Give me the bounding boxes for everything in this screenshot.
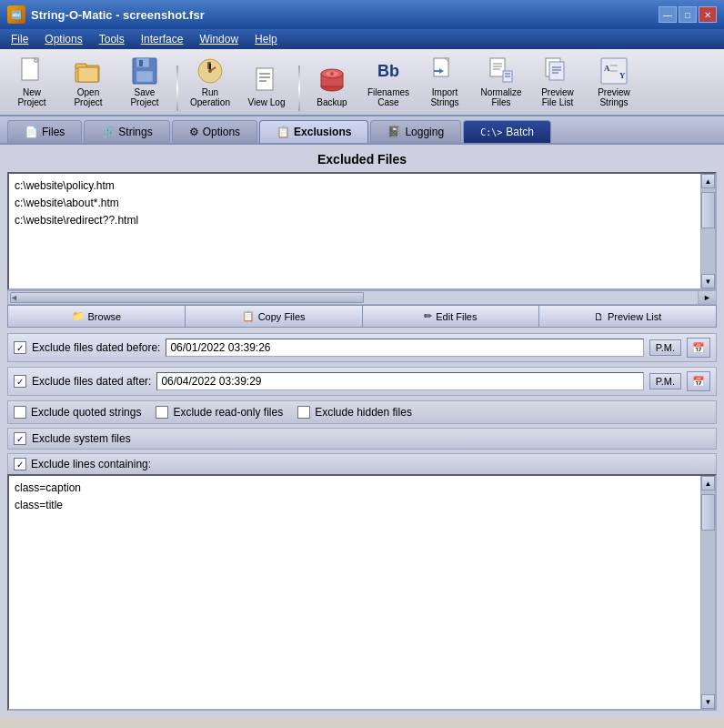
date-after-row: Exclude files dated after: P.M. 📅 — [7, 367, 717, 396]
svg-rect-9 — [136, 71, 153, 82]
title-bar: 🔤 String-O-Matic - screenshot.fsr — □ ✕ — [0, 0, 724, 29]
tab-logging-icon: 📓 — [387, 126, 401, 138]
file-list-inner: c:\website\policy.htm c:\website\about*.… — [9, 174, 715, 288]
h-scroll-bar[interactable]: ◄ ► — [7, 290, 717, 305]
file-list-scrollbar[interactable]: ▲ ▼ — [700, 174, 715, 288]
system-files-row: Exclude system files — [7, 428, 717, 450]
minimize-button[interactable]: — — [659, 6, 677, 23]
new-project-button[interactable]: New Project — [5, 53, 58, 111]
copy-files-button[interactable]: 📋 Copy Files — [186, 306, 363, 327]
run-operation-button[interactable]: Run Operation — [184, 53, 236, 111]
window-controls[interactable]: — □ ✕ — [659, 6, 717, 23]
close-button[interactable]: ✕ — [699, 6, 717, 23]
file-list-wrapper: c:\website\policy.htm c:\website\about*.… — [7, 172, 717, 305]
open-project-button[interactable]: Open Project — [62, 53, 115, 111]
maximize-button[interactable]: □ — [679, 6, 697, 23]
lines-containing-list[interactable]: class=caption class=title ▲ ▼ — [7, 474, 717, 711]
date-before-ampm[interactable]: P.M. — [649, 339, 681, 356]
svg-text:A: A — [604, 64, 610, 73]
list-item: c:\website\redirect??.html — [15, 212, 709, 229]
preview-list-button[interactable]: 🗋 Preview List — [539, 306, 716, 327]
view-log-icon — [252, 66, 281, 96]
date-after-calendar[interactable]: 📅 — [687, 371, 710, 391]
tab-bar: 📄 Files 🔗 Strings ⚙ Options 📋 Exclusions… — [0, 116, 724, 145]
date-before-checkbox[interactable] — [14, 341, 26, 354]
menu-file[interactable]: File — [4, 31, 35, 47]
run-operation-icon — [196, 56, 225, 86]
tab-options-icon: ⚙ — [189, 126, 199, 138]
lines-containing-header: Exclude lines containing: — [7, 453, 717, 474]
import-strings-button[interactable]: Import Strings — [418, 53, 471, 111]
filenames-case-button[interactable]: Bb Filenames Case — [362, 53, 415, 111]
save-project-label: Save Project — [121, 87, 168, 107]
checkbox-options-row: Exclude quoted strings Exclude read-only… — [7, 400, 717, 424]
view-log-button[interactable]: View Log — [240, 63, 293, 111]
tab-strings-icon: 🔗 — [101, 126, 115, 138]
tab-exclusions[interactable]: 📋 Exclusions — [259, 120, 368, 143]
lines-scrollbar[interactable]: ▲ ▼ — [700, 476, 715, 709]
browse-button[interactable]: 📁 Browse — [8, 306, 186, 327]
import-strings-icon — [430, 56, 459, 86]
tab-files-label: Files — [42, 126, 65, 138]
main-content: Excluded Files c:\website\policy.htm c:\… — [0, 145, 724, 718]
normalize-files-button[interactable]: Normalize Files — [475, 53, 528, 111]
menu-bar: File Options Tools Interface Window Help — [0, 29, 724, 49]
copy-files-icon: 📋 — [242, 310, 255, 322]
date-after-input[interactable] — [156, 372, 643, 390]
lines-scroll-thumb[interactable] — [701, 494, 715, 531]
list-item: class=title — [15, 497, 709, 514]
tab-options[interactable]: ⚙ Options — [172, 120, 257, 143]
menu-tools[interactable]: Tools — [92, 31, 132, 47]
save-project-button[interactable]: Save Project — [118, 53, 171, 111]
backup-label: Backup — [317, 97, 347, 107]
h-scroll-thumb[interactable] — [10, 292, 364, 303]
scroll-up-btn[interactable]: ▲ — [701, 174, 715, 188]
edit-files-button[interactable]: ✏ Edit Files — [363, 306, 540, 327]
svg-rect-6 — [78, 67, 98, 82]
list-item: c:\website\policy.htm — [15, 177, 709, 195]
tab-exclusions-icon: 📋 — [277, 126, 290, 138]
readonly-files-checkbox[interactable] — [156, 406, 168, 419]
view-log-label: View Log — [248, 97, 286, 107]
tab-strings[interactable]: 🔗 Strings — [84, 120, 169, 143]
copy-files-label: Copy Files — [258, 311, 306, 322]
quoted-strings-checkbox[interactable] — [14, 406, 26, 419]
hidden-files-option: Exclude hidden files — [297, 406, 412, 419]
menu-window[interactable]: Window — [192, 31, 246, 47]
menu-interface[interactable]: Interface — [134, 31, 191, 47]
run-operation-label: Run Operation — [186, 87, 234, 107]
scroll-thumb[interactable] — [701, 192, 715, 228]
hidden-files-checkbox[interactable] — [297, 406, 310, 419]
date-before-input[interactable] — [166, 339, 643, 357]
edit-files-icon: ✏ — [424, 310, 432, 322]
scroll-down-btn[interactable]: ▼ — [701, 274, 715, 288]
svg-rect-10 — [139, 60, 143, 66]
menu-help[interactable]: Help — [247, 31, 285, 47]
menu-options[interactable]: Options — [37, 31, 89, 47]
svg-point-24 — [330, 72, 334, 76]
excluded-files-list[interactable]: c:\website\policy.htm c:\website\about*.… — [7, 172, 717, 290]
preview-file-list-label: Preview File List — [534, 87, 581, 107]
h-scroll-right[interactable]: ► — [698, 291, 716, 304]
backup-button[interactable]: Backup — [306, 63, 358, 111]
lines-list-inner: class=caption class=title — [9, 476, 715, 709]
readonly-files-option: Exclude read-only files — [156, 406, 283, 419]
h-scroll-left[interactable]: ◄ — [10, 293, 18, 302]
lines-scroll-down[interactable]: ▼ — [701, 694, 715, 709]
lines-scroll-up[interactable]: ▲ — [701, 476, 715, 490]
date-after-ampm[interactable]: P.M. — [649, 373, 681, 389]
preview-file-list-button[interactable]: Preview File List — [531, 53, 584, 111]
tab-logging[interactable]: 📓 Logging — [370, 120, 461, 143]
date-after-checkbox[interactable] — [14, 375, 26, 388]
lines-containing-checkbox[interactable] — [14, 458, 26, 470]
date-before-calendar[interactable]: 📅 — [687, 338, 710, 358]
preview-strings-button[interactable]: A Y Preview Strings — [588, 53, 640, 111]
tab-files[interactable]: 📄 Files — [7, 120, 82, 143]
title-bar-left: 🔤 String-O-Matic - screenshot.fsr — [7, 5, 205, 24]
filenames-case-icon: Bb — [374, 56, 403, 86]
separator-1 — [176, 66, 178, 111]
quoted-strings-option: Exclude quoted strings — [14, 406, 141, 419]
system-files-checkbox[interactable] — [14, 432, 26, 445]
filenames-case-label: Filenames Case — [365, 87, 412, 107]
tab-batch[interactable]: C:\> Batch — [463, 120, 551, 143]
